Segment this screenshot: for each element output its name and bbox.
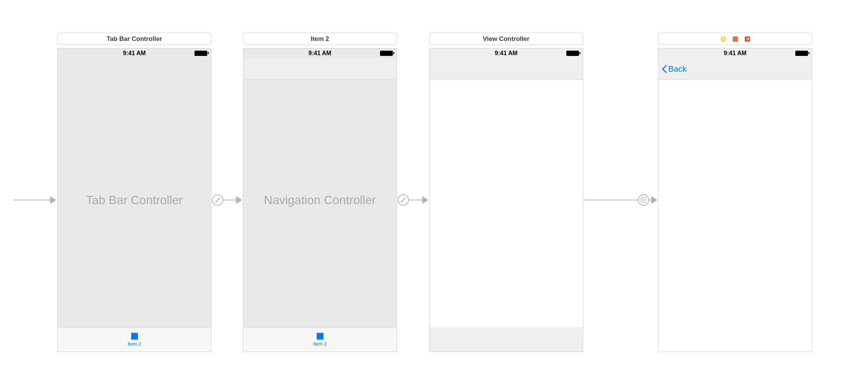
segue-tabbar-to-nav[interactable] <box>212 189 242 211</box>
arrowhead-icon <box>236 196 242 204</box>
relationship-segue-icon <box>398 194 409 206</box>
status-time: 9:41 AM <box>495 50 518 57</box>
segue-line <box>223 200 236 200</box>
segue-line <box>584 200 638 200</box>
status-time: 9:41 AM <box>724 50 747 57</box>
segue-nav-to-view[interactable] <box>398 189 428 211</box>
svg-point-3 <box>404 198 406 199</box>
segue-line <box>409 200 422 200</box>
arrowhead-icon <box>50 196 56 204</box>
svg-point-1 <box>218 198 220 199</box>
segue-line <box>13 200 50 200</box>
back-button-label: Back <box>668 64 687 74</box>
svg-point-0 <box>216 201 217 202</box>
scene-tabbar-controller[interactable]: 9:41 AM Tab Bar Controller Item 2 <box>57 48 211 352</box>
tab-bar[interactable]: Item 2 <box>243 328 397 352</box>
scene-view-controller[interactable]: 9:41 AM <box>429 48 583 352</box>
entry-point-arrow <box>13 189 56 211</box>
chevron-left-icon <box>661 65 667 73</box>
svg-point-6 <box>722 38 724 40</box>
battery-icon <box>566 51 579 56</box>
arrowhead-icon <box>651 196 657 204</box>
svg-rect-7 <box>733 36 738 42</box>
tab-item-icon[interactable] <box>317 333 323 340</box>
tab-item-label[interactable]: Item 2 <box>313 341 326 347</box>
status-bar: 9:41 AM <box>658 48 812 58</box>
scene-title-text: Item 2 <box>311 35 329 43</box>
svg-point-2 <box>401 201 403 202</box>
placeholder-label: Tab Bar Controller <box>58 48 211 352</box>
tab-bar[interactable]: Item 2 <box>58 328 211 352</box>
tab-item-label[interactable]: Item 2 <box>127 341 141 347</box>
scene-navigation-controller[interactable]: 9:41 AM Navigation Controller Item 2 <box>243 48 397 352</box>
scene-title-text: View Controller <box>483 35 529 43</box>
first-responder-icon <box>732 35 739 43</box>
scene-title-tabbar[interactable]: Tab Bar Controller <box>57 33 211 45</box>
segue-view-to-detail[interactable] <box>584 189 657 211</box>
navigation-bar[interactable]: Back <box>658 58 812 80</box>
arrowhead-icon <box>422 196 428 204</box>
scene-title-nav[interactable]: Item 2 <box>243 33 397 45</box>
back-button[interactable]: Back <box>661 64 687 74</box>
class-identity-icon <box>720 35 727 43</box>
tab-item-icon[interactable] <box>131 333 138 340</box>
placeholder-label: Navigation Controller <box>243 48 397 352</box>
tab-bar-placeholder <box>430 328 583 352</box>
battery-icon <box>795 51 808 56</box>
show-segue-icon <box>638 194 649 206</box>
storyboard-canvas[interactable]: Tab Bar Controller 9:41 AM Tab Bar Contr… <box>0 0 868 367</box>
status-bar: 9:41 AM <box>430 48 583 58</box>
exit-icon <box>744 35 751 43</box>
scene-title-detail[interactable] <box>658 33 812 45</box>
relationship-segue-icon <box>212 194 223 206</box>
scene-title-text: Tab Bar Controller <box>107 35 162 43</box>
scene-title-view[interactable]: View Controller <box>429 33 583 45</box>
navigation-bar[interactable] <box>430 58 583 80</box>
scene-detail-view-controller[interactable]: 9:41 AM Back <box>658 48 812 352</box>
